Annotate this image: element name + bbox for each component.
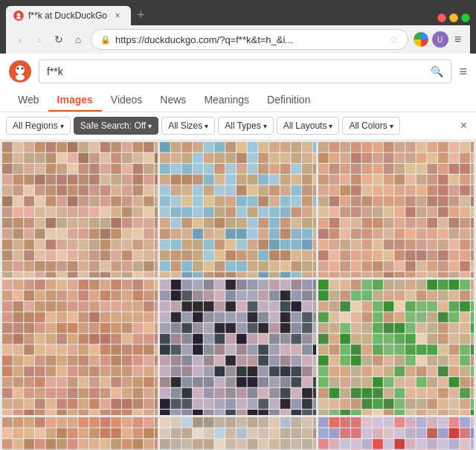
filter-types-label: All Types [225, 120, 260, 131]
tab-web[interactable]: Web [9, 89, 48, 112]
tab-videos[interactable]: Videos [102, 89, 152, 112]
tab-close-button[interactable]: × [112, 10, 123, 22]
image-cell-4[interactable] [2, 280, 158, 415]
filter-layouts-label: All Layouts [283, 120, 327, 131]
tab-meanings[interactable]: Meanings [195, 89, 258, 112]
ddg-menu-icon[interactable]: ≡ [459, 64, 467, 80]
image-cell-8[interactable] [160, 417, 315, 450]
ddg-content: f**k 🔍 ≡ Web Images Videos News Meanings… [0, 54, 476, 446]
maximize-window-button[interactable] [461, 13, 470, 22]
filter-bar: All Regions ▾ Safe Search: Off ▾ All Siz… [0, 112, 476, 140]
tab-title: f**k at DuckDuckGo [28, 10, 107, 21]
image-cell-9[interactable] [318, 417, 474, 450]
back-button[interactable]: ‹ [12, 31, 28, 48]
tab-definition[interactable]: Definition [258, 89, 319, 112]
search-icon[interactable]: 🔍 [431, 65, 443, 77]
image-cell-2[interactable] [160, 142, 315, 277]
bookmark-star-icon[interactable]: ☆ [389, 33, 399, 45]
filter-regions-label: All Regions [13, 120, 58, 131]
filter-safe-search-label: Safe Search: Off [80, 120, 147, 131]
forward-button[interactable]: › [31, 31, 48, 48]
svg-point-4 [16, 65, 25, 74]
filter-layouts-button[interactable]: All Layouts ▾ [277, 117, 340, 135]
tab-favicon [13, 10, 24, 21]
profile-icon[interactable]: U [432, 31, 448, 48]
lock-icon: 🔒 [100, 35, 111, 45]
address-text: https://duckduckgo.com/?q=f**k&t=h_&i... [115, 34, 385, 45]
close-window-button[interactable] [437, 13, 446, 22]
filter-colors-label: All Colors [349, 120, 387, 131]
ddg-search-row: f**k 🔍 ≡ [9, 60, 467, 83]
browser-chrome: f**k at DuckDuckGo × + ‹ › ↻ ⌂ 🔒 https:/… [0, 0, 476, 54]
svg-point-2 [16, 17, 21, 19]
image-cell-1[interactable] [2, 142, 158, 277]
active-tab[interactable]: f**k at DuckDuckGo × [6, 6, 131, 25]
tab-images[interactable]: Images [48, 89, 102, 112]
filter-close-button[interactable]: × [457, 119, 470, 132]
ddg-logo [9, 60, 31, 83]
minimize-window-button[interactable] [449, 13, 458, 22]
search-query-text: f**k [47, 65, 63, 77]
filter-types-button[interactable]: All Types ▾ [218, 117, 273, 135]
filter-safe-search-chevron-icon: ▾ [148, 122, 152, 130]
filter-safe-search-button[interactable]: Safe Search: Off ▾ [74, 117, 159, 135]
browser-menu-icon[interactable]: ≡ [451, 33, 464, 46]
svg-point-5 [17, 68, 19, 70]
svg-point-6 [22, 68, 24, 70]
filter-sizes-button[interactable]: All Sizes ▾ [161, 117, 215, 135]
reload-button[interactable]: ↻ [51, 31, 67, 48]
nav-buttons: ‹ › ↻ ⌂ [12, 31, 86, 48]
image-cell-7[interactable] [2, 417, 158, 450]
image-cell-6[interactable] [318, 280, 474, 415]
filter-sizes-chevron-icon: ▾ [205, 122, 208, 130]
address-bar-row: ‹ › ↻ ⌂ 🔒 https://duckduckgo.com/?q=f**k… [6, 25, 470, 54]
home-button[interactable]: ⌂ [70, 31, 86, 48]
svg-point-7 [16, 74, 25, 80]
filter-layouts-chevron-icon: ▾ [329, 122, 332, 130]
ddg-tabs: Web Images Videos News Meanings Definiti… [9, 89, 467, 112]
filter-sizes-label: All Sizes [168, 120, 202, 131]
filter-colors-button[interactable]: All Colors ▾ [342, 117, 399, 135]
new-tab-button[interactable]: + [131, 4, 151, 25]
ddg-search-box[interactable]: f**k 🔍 [39, 60, 451, 83]
tab-news[interactable]: News [151, 89, 195, 112]
address-field[interactable]: 🔒 https://duckduckgo.com/?q=f**k&t=h_&i.… [91, 29, 408, 50]
filter-regions-chevron-icon: ▾ [60, 122, 64, 130]
google-drive-icon[interactable] [413, 31, 429, 48]
svg-point-1 [17, 13, 21, 17]
image-cell-5[interactable] [160, 280, 315, 415]
filter-regions-button[interactable]: All Regions ▾ [6, 117, 71, 135]
toolbar-right: U ≡ [413, 31, 464, 48]
ddg-header: f**k 🔍 ≡ Web Images Videos News Meanings… [0, 54, 476, 112]
image-cell-3[interactable] [318, 142, 474, 277]
filter-types-chevron-icon: ▾ [263, 122, 267, 130]
filter-colors-chevron-icon: ▾ [390, 122, 393, 130]
image-grid [0, 140, 476, 450]
tab-bar: f**k at DuckDuckGo × + [6, 4, 470, 25]
